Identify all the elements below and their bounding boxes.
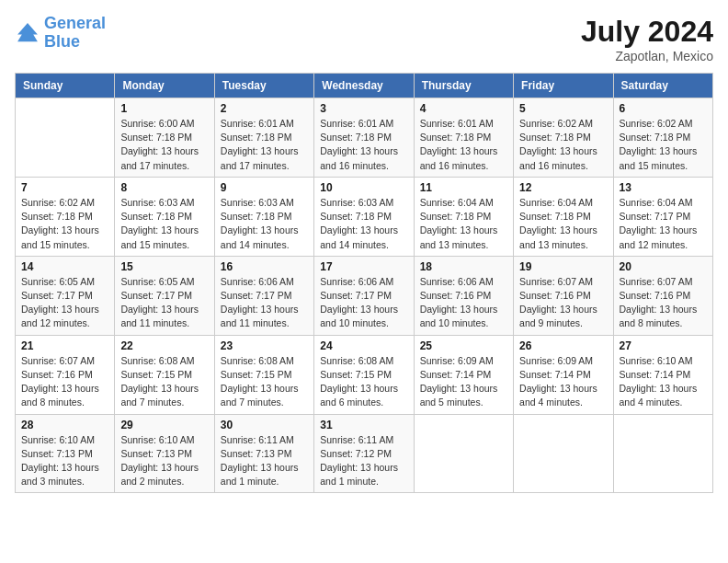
day-number: 25 xyxy=(420,339,507,352)
logo: General Blue xyxy=(15,15,106,52)
day-info: Sunrise: 6:03 AMSunset: 7:18 PMDaylight:… xyxy=(320,197,398,250)
day-number: 29 xyxy=(120,419,208,431)
header-wednesday: Wednesday xyxy=(314,74,414,98)
day-info: Sunrise: 6:01 AMSunset: 7:18 PMDaylight:… xyxy=(221,118,299,171)
day-info: Sunrise: 6:10 AMSunset: 7:14 PMDaylight:… xyxy=(620,355,698,408)
calendar-week-4: 21 Sunrise: 6:07 AMSunset: 7:16 PMDaylig… xyxy=(16,335,713,414)
day-info: Sunrise: 6:02 AMSunset: 7:18 PMDaylight:… xyxy=(21,197,99,250)
calendar-cell: 11 Sunrise: 6:04 AMSunset: 7:18 PMDaylig… xyxy=(414,177,513,256)
calendar-table: SundayMondayTuesdayWednesdayThursdayFrid… xyxy=(15,73,713,493)
day-info: Sunrise: 6:00 AMSunset: 7:18 PMDaylight:… xyxy=(120,118,199,171)
day-info: Sunrise: 6:08 AMSunset: 7:15 PMDaylight:… xyxy=(221,355,299,408)
calendar-cell: 21 Sunrise: 6:07 AMSunset: 7:16 PMDaylig… xyxy=(16,335,115,414)
header-thursday: Thursday xyxy=(414,74,513,98)
calendar-cell: 27 Sunrise: 6:10 AMSunset: 7:14 PMDaylig… xyxy=(613,335,712,414)
header-monday: Monday xyxy=(115,74,214,98)
location-title: Zapotlan, Mexico xyxy=(581,49,713,63)
calendar-cell: 19 Sunrise: 6:07 AMSunset: 7:16 PMDaylig… xyxy=(514,256,613,335)
day-number: 23 xyxy=(221,339,308,352)
day-number: 22 xyxy=(120,339,208,352)
page-header: General Blue July 2024 Zapotlan, Mexico xyxy=(15,15,713,63)
calendar-cell: 14 Sunrise: 6:05 AMSunset: 7:17 PMDaylig… xyxy=(16,256,115,335)
logo-line2: Blue xyxy=(44,32,80,51)
logo-line1: General xyxy=(44,14,106,32)
day-info: Sunrise: 6:06 AMSunset: 7:17 PMDaylight:… xyxy=(221,276,299,329)
logo-text: General Blue xyxy=(44,15,106,52)
day-info: Sunrise: 6:06 AMSunset: 7:17 PMDaylight:… xyxy=(320,276,398,329)
header-tuesday: Tuesday xyxy=(214,74,313,98)
calendar-week-5: 28 Sunrise: 6:10 AMSunset: 7:13 PMDaylig… xyxy=(16,414,713,493)
calendar-cell: 2 Sunrise: 6:01 AMSunset: 7:18 PMDayligh… xyxy=(214,98,313,178)
calendar-cell: 24 Sunrise: 6:08 AMSunset: 7:15 PMDaylig… xyxy=(314,335,414,414)
calendar-cell xyxy=(514,414,613,493)
day-number: 11 xyxy=(420,181,507,194)
day-number: 5 xyxy=(519,102,607,115)
calendar-cell: 23 Sunrise: 6:08 AMSunset: 7:15 PMDaylig… xyxy=(214,335,313,414)
day-info: Sunrise: 6:07 AMSunset: 7:16 PMDaylight:… xyxy=(519,276,597,329)
day-number: 31 xyxy=(320,419,407,431)
day-number: 18 xyxy=(420,260,507,273)
day-number: 6 xyxy=(620,102,707,115)
day-info: Sunrise: 6:07 AMSunset: 7:16 PMDaylight:… xyxy=(21,355,99,408)
calendar-week-2: 7 Sunrise: 6:02 AMSunset: 7:18 PMDayligh… xyxy=(16,177,713,256)
day-info: Sunrise: 6:10 AMSunset: 7:13 PMDaylight:… xyxy=(21,434,99,488)
svg-marker-0 xyxy=(17,23,38,41)
calendar-cell: 12 Sunrise: 6:04 AMSunset: 7:18 PMDaylig… xyxy=(514,177,613,256)
calendar-cell: 25 Sunrise: 6:09 AMSunset: 7:14 PMDaylig… xyxy=(414,335,513,414)
day-number: 24 xyxy=(320,339,407,352)
calendar-cell: 26 Sunrise: 6:09 AMSunset: 7:14 PMDaylig… xyxy=(514,335,613,414)
calendar-cell: 1 Sunrise: 6:00 AMSunset: 7:18 PMDayligh… xyxy=(115,98,214,178)
day-info: Sunrise: 6:11 AMSunset: 7:13 PMDaylight:… xyxy=(221,434,299,488)
day-info: Sunrise: 6:11 AMSunset: 7:12 PMDaylight:… xyxy=(320,434,398,488)
calendar-cell: 4 Sunrise: 6:01 AMSunset: 7:18 PMDayligh… xyxy=(414,98,513,178)
calendar-header-row: SundayMondayTuesdayWednesdayThursdayFrid… xyxy=(16,74,713,98)
day-number: 21 xyxy=(21,339,108,352)
calendar-cell: 17 Sunrise: 6:06 AMSunset: 7:17 PMDaylig… xyxy=(314,256,414,335)
day-number: 7 xyxy=(21,181,108,194)
calendar-cell: 9 Sunrise: 6:03 AMSunset: 7:18 PMDayligh… xyxy=(214,177,313,256)
day-number: 20 xyxy=(620,260,707,273)
day-info: Sunrise: 6:10 AMSunset: 7:13 PMDaylight:… xyxy=(120,434,199,488)
header-sunday: Sunday xyxy=(16,74,115,98)
month-title: July 2024 xyxy=(581,15,713,49)
header-saturday: Saturday xyxy=(613,74,712,98)
day-number: 30 xyxy=(221,419,308,431)
calendar-week-1: 1 Sunrise: 6:00 AMSunset: 7:18 PMDayligh… xyxy=(16,98,713,178)
day-info: Sunrise: 6:04 AMSunset: 7:18 PMDaylight:… xyxy=(519,197,597,250)
day-number: 1 xyxy=(120,102,208,115)
day-number: 13 xyxy=(620,181,707,194)
day-info: Sunrise: 6:02 AMSunset: 7:18 PMDaylight:… xyxy=(620,118,698,171)
day-number: 27 xyxy=(620,339,707,352)
calendar-cell: 29 Sunrise: 6:10 AMSunset: 7:13 PMDaylig… xyxy=(115,414,214,493)
day-info: Sunrise: 6:01 AMSunset: 7:18 PMDaylight:… xyxy=(320,118,398,171)
day-number: 8 xyxy=(120,181,208,194)
header-friday: Friday xyxy=(514,74,613,98)
day-info: Sunrise: 6:09 AMSunset: 7:14 PMDaylight:… xyxy=(519,355,597,408)
day-number: 28 xyxy=(21,419,108,431)
day-info: Sunrise: 6:03 AMSunset: 7:18 PMDaylight:… xyxy=(120,197,199,250)
day-number: 17 xyxy=(320,260,407,273)
calendar-cell: 18 Sunrise: 6:06 AMSunset: 7:16 PMDaylig… xyxy=(414,256,513,335)
calendar-cell: 15 Sunrise: 6:05 AMSunset: 7:17 PMDaylig… xyxy=(115,256,214,335)
calendar-cell xyxy=(613,414,712,493)
title-block: July 2024 Zapotlan, Mexico xyxy=(581,15,713,63)
day-number: 12 xyxy=(519,181,607,194)
day-number: 2 xyxy=(221,102,308,115)
day-number: 10 xyxy=(320,181,407,194)
day-number: 4 xyxy=(420,102,507,115)
calendar-cell: 5 Sunrise: 6:02 AMSunset: 7:18 PMDayligh… xyxy=(514,98,613,178)
calendar-cell: 16 Sunrise: 6:06 AMSunset: 7:17 PMDaylig… xyxy=(214,256,313,335)
day-info: Sunrise: 6:02 AMSunset: 7:18 PMDaylight:… xyxy=(519,118,597,171)
calendar-cell xyxy=(16,98,115,178)
calendar-cell: 31 Sunrise: 6:11 AMSunset: 7:12 PMDaylig… xyxy=(314,414,414,493)
day-number: 15 xyxy=(120,260,208,273)
calendar-cell xyxy=(414,414,513,493)
calendar-cell: 8 Sunrise: 6:03 AMSunset: 7:18 PMDayligh… xyxy=(115,177,214,256)
day-info: Sunrise: 6:04 AMSunset: 7:18 PMDaylight:… xyxy=(420,197,498,250)
day-number: 26 xyxy=(519,339,607,352)
calendar-cell: 13 Sunrise: 6:04 AMSunset: 7:17 PMDaylig… xyxy=(613,177,712,256)
calendar-cell: 3 Sunrise: 6:01 AMSunset: 7:18 PMDayligh… xyxy=(314,98,414,178)
day-info: Sunrise: 6:06 AMSunset: 7:16 PMDaylight:… xyxy=(420,276,498,329)
day-info: Sunrise: 6:08 AMSunset: 7:15 PMDaylight:… xyxy=(320,355,398,408)
day-info: Sunrise: 6:04 AMSunset: 7:17 PMDaylight:… xyxy=(620,197,698,250)
